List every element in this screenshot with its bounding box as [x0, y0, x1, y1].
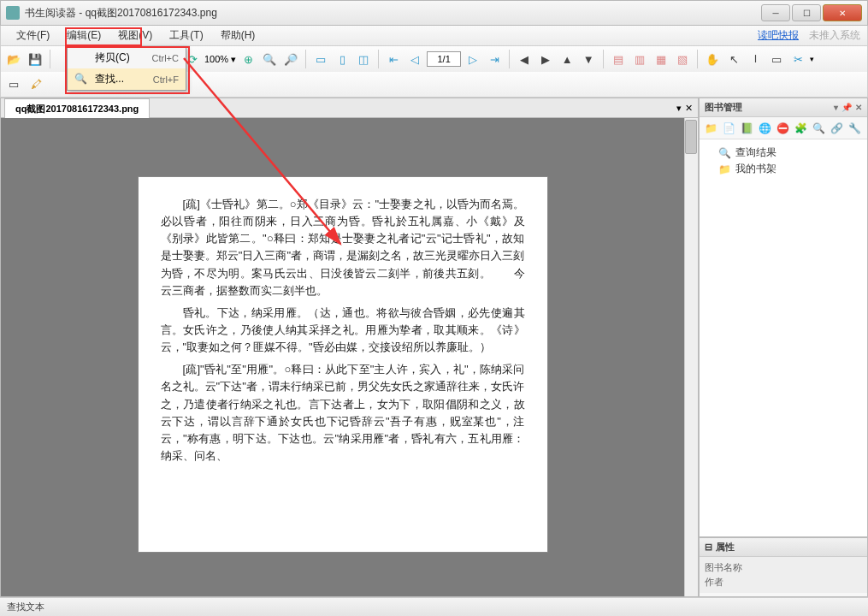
marquee-icon[interactable]: ▭ — [767, 50, 786, 68]
tab-close-icon[interactable]: ✕ — [685, 103, 693, 114]
tab-document[interactable]: qq截图20170816172343.png — [4, 98, 150, 120]
scrollbar-vertical[interactable] — [684, 118, 698, 596]
nav-down-icon[interactable]: ▼ — [579, 50, 598, 68]
prop-author-row: 作者 — [705, 575, 862, 589]
open-icon[interactable]: 📂 — [4, 50, 23, 68]
tree-label: 我的书架 — [735, 162, 776, 176]
panel-props-title: 属性 — [716, 541, 735, 554]
prop-name-row: 图书名称 — [705, 560, 862, 575]
annotation-arrow — [137, 51, 359, 274]
new-icon[interactable]: 📄 — [721, 121, 736, 136]
svg-line-0 — [184, 58, 340, 244]
tree-item-results[interactable]: 🔍 查询结果 — [706, 145, 860, 161]
menu-edit[interactable]: 编辑(E) — [58, 26, 109, 45]
panel-library-title: 图书管理 — [705, 101, 742, 114]
right-panel: 图书管理 ▾ 📌 ✕ 📁 📄 📗 🌐 ⛔ 🧩 🔍 🔗 🔧 — [699, 98, 868, 597]
globe-icon[interactable]: 🌐 — [757, 121, 772, 136]
menubar: 文件(F) 编辑(E) 视图(V) 工具(T) 帮助(H) 读吧快报 未推入系统 — [0, 26, 868, 46]
panel-props-header: ⊟ 属性 — [700, 538, 867, 557]
page-last-icon[interactable]: ⇥ — [485, 50, 504, 68]
save-icon[interactable]: 💾 — [26, 50, 44, 68]
view-single-icon[interactable]: ▤ — [609, 50, 628, 68]
search-icon[interactable]: 🔍 — [811, 121, 826, 136]
page-first-icon[interactable]: ⇤ — [384, 50, 403, 68]
scrollbar-thumb[interactable] — [685, 120, 697, 154]
nav-up-icon[interactable]: ▲ — [558, 50, 576, 68]
copy-icon — [74, 51, 88, 65]
window-buttons: ─ ☐ ✕ — [761, 4, 862, 21]
search-result-icon: 🔍 — [718, 147, 732, 159]
panel-library-header: 图书管理 ▾ 📌 ✕ — [700, 98, 867, 117]
workspace: qq截图20170816172343.png ▾ ✕ [疏]《士昏礼》第二。○郑… — [0, 98, 868, 597]
panel-menu-icon[interactable]: ▾ — [834, 103, 838, 112]
window-title: 书生阅读器 - qq截图20170816172343.png — [25, 6, 761, 21]
doc-name: qq截图20170816172343.png — [86, 7, 217, 19]
chevron-down-icon[interactable]: ▾ — [810, 55, 814, 63]
menu-file[interactable]: 文件(F) — [8, 26, 58, 45]
app-icon — [6, 6, 20, 20]
disabled-text: 未推入系统 — [809, 28, 860, 43]
panel-props-body: 图书名称 作者 — [700, 557, 867, 593]
folder-icon: 📁 — [718, 163, 732, 175]
tab-menu-icon[interactable]: ▾ — [676, 103, 682, 114]
doc-paragraph: 昏礼。下达，纳采用雁。（达，通也。将欲与彼合昏姻，必先使遍其言。女氏许之，乃後使… — [161, 305, 525, 356]
panel-close-icon[interactable]: ✕ — [855, 103, 862, 112]
page-input[interactable] — [427, 51, 461, 67]
view-cont-icon[interactable]: ▥ — [630, 50, 649, 68]
maximize-button[interactable]: ☐ — [792, 4, 821, 21]
menu-tool[interactable]: 工具(T) — [161, 26, 211, 45]
collapse-icon[interactable]: ⊟ — [705, 542, 712, 553]
view-facing-icon[interactable]: ▦ — [652, 50, 670, 68]
quick-link[interactable]: 读吧快报 — [758, 28, 799, 43]
tree-label: 查询结果 — [735, 145, 776, 160]
minimize-button[interactable]: ─ — [761, 4, 790, 21]
panel-library-toolbar: 📁 📄 📗 🌐 ⛔ 🧩 🔍 🔗 🔧 — [700, 117, 867, 139]
menu-view[interactable]: 视图(V) — [109, 26, 161, 45]
search-icon: 🔍 — [74, 73, 88, 86]
panel-pin-icon[interactable]: 📌 — [841, 103, 852, 112]
stop-icon[interactable]: ⛔ — [775, 121, 790, 136]
page-prev-icon[interactable]: ◁ — [405, 50, 424, 68]
status-text: 查找文本 — [7, 601, 44, 613]
highlight-icon[interactable]: 🖍 — [27, 75, 45, 94]
text-select-icon[interactable]: Ｉ — [746, 50, 765, 68]
app-name: 书生阅读器 — [25, 7, 76, 19]
nav-back-icon[interactable]: ◀ — [515, 50, 534, 68]
close-button[interactable]: ✕ — [823, 4, 862, 21]
titlebar: 书生阅读器 - qq截图20170816172343.png ─ ☐ ✕ — [0, 0, 868, 26]
screenshot-icon[interactable]: ✂ — [788, 50, 807, 68]
tree-item-shelf[interactable]: 📁 我的书架 — [706, 161, 860, 177]
menu-help[interactable]: 帮助(H) — [212, 26, 264, 45]
tab-controls: ▾ ✕ — [676, 103, 693, 114]
book-icon[interactable]: 📗 — [739, 121, 754, 136]
pointer-icon[interactable]: ↖ — [724, 50, 743, 68]
doc-paragraph: [疏]"昏礼"至"用雁"。○释曰：从此下至"主人许，宾入，礼"，陈纳采问名之礼。… — [161, 361, 525, 465]
tool-icon[interactable]: 🔧 — [847, 121, 862, 136]
statusbar: 查找文本 — [0, 597, 868, 616]
view-book-icon[interactable]: ▧ — [673, 50, 692, 68]
select-icon[interactable]: ▭ — [4, 75, 23, 94]
page-next-icon[interactable]: ▷ — [464, 50, 482, 68]
folder-icon[interactable]: 📁 — [703, 121, 718, 136]
link-icon[interactable]: 🔗 — [829, 121, 844, 136]
library-tree: 🔍 查询结果 📁 我的书架 — [700, 139, 867, 536]
nav-fwd-icon[interactable]: ▶ — [536, 50, 555, 68]
hand-icon[interactable]: ✋ — [703, 50, 722, 68]
tree-icon[interactable]: 🧩 — [793, 121, 808, 136]
